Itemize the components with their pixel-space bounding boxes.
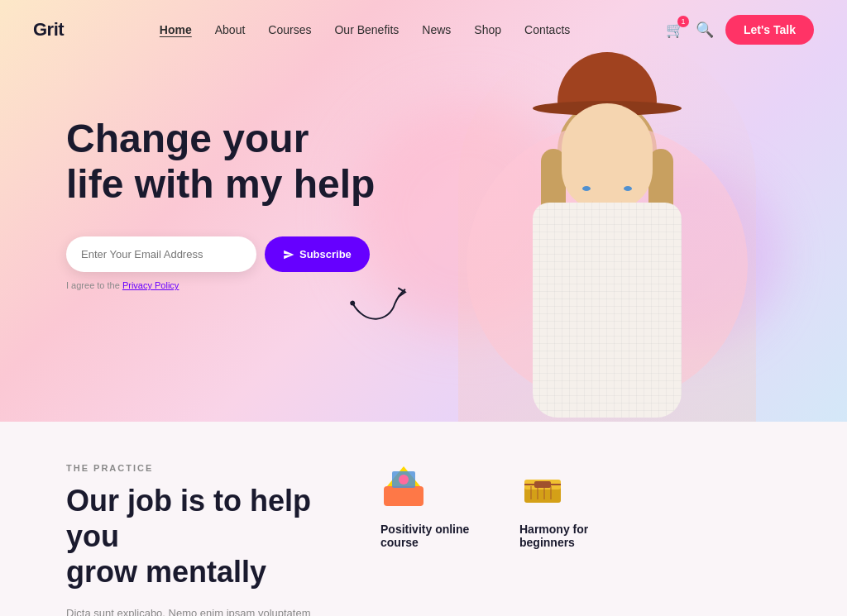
nav-item-news[interactable]: News [422,23,451,36]
site-logo: Grit [33,19,64,41]
hero-person [433,17,781,422]
practice-tag: THE PRACTICE [66,463,331,473]
subscribe-button[interactable]: Subscribe [265,236,370,272]
cart-icon[interactable]: 🛒 1 [666,21,684,39]
person-illustration [458,33,756,422]
practice-description: Dicta sunt explicabo. Nemo enim ipsam vo… [66,605,331,616]
eyes [582,186,632,191]
course-name-2: Harmony for beginners [519,523,642,549]
nav-item-courses[interactable]: Courses [268,23,311,36]
course-card-1: Positivity online course [380,463,503,549]
hero-title: Change your life with my help [66,116,375,207]
body [533,203,682,418]
hero-content: Change your life with my help Subscribe … [66,116,375,290]
header-actions: 🛒 1 🔍 Let's Talk [666,15,814,45]
lets-talk-button[interactable]: Let's Talk [725,15,814,45]
course-name-1: Positivity online course [380,523,503,549]
search-icon[interactable]: 🔍 [696,21,714,39]
course-card-2: Harmony for beginners [519,463,642,549]
send-icon [283,249,294,260]
curly-arrow-decoration [343,285,419,353]
course-card-3 [658,463,781,549]
nav-item-shop[interactable]: Shop [474,23,501,36]
nav-item-benefits[interactable]: Our Benefits [334,23,399,36]
email-input[interactable] [66,236,256,272]
head [562,103,653,211]
eye-right [624,186,632,191]
practice-left-column: THE PRACTICE Our job is to help you grow… [66,463,331,616]
privacy-text: I agree to the Privacy Policy [66,280,375,290]
courses-grid: Positivity online course Harmony for b [380,463,781,549]
nav-item-contacts[interactable]: Contacts [524,23,570,36]
person-figure [475,41,739,422]
svg-rect-1 [384,486,424,506]
lace-overlay [533,203,682,418]
nav-item-home[interactable]: Home [160,23,192,36]
cart-badge: 1 [677,16,689,27]
email-form: Subscribe [66,236,375,272]
privacy-link[interactable]: Privacy Policy [122,280,179,290]
site-header: Grit Home About Courses Our Benefits New… [0,0,847,60]
nav-item-about[interactable]: About [215,23,246,36]
course-icon-2 [519,463,569,513]
main-nav: Home About Courses Our Benefits News Sho… [160,23,570,36]
eye-left [582,186,591,191]
hero-section: Grit Home About Courses Our Benefits New… [0,0,847,422]
svg-point-4 [399,475,409,485]
course-icon-3 [658,463,708,513]
course-icon-1 [380,463,430,513]
practice-section: THE PRACTICE Our job is to help you grow… [0,422,847,616]
practice-title: Our job is to help you grow mentally [66,483,331,590]
hat-crown [557,52,657,106]
